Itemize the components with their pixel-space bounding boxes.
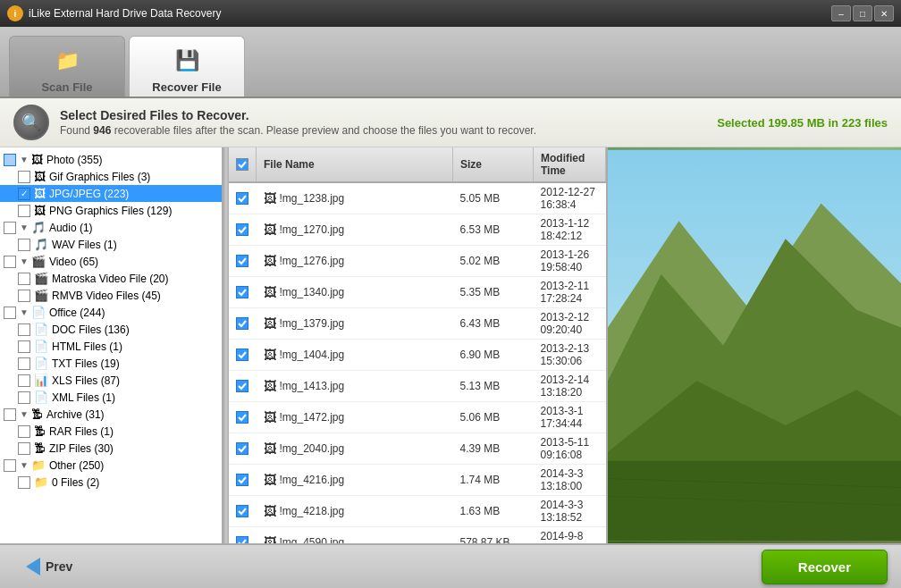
checkbox-audio[interactable] [4, 222, 16, 234]
tree-item-other[interactable]: ▼ 📁 Other (250) [0, 457, 222, 474]
tab-recover[interactable]: 💾 Recover File [129, 36, 245, 97]
tree-item-office[interactable]: ▼ 📄 Office (244) [0, 304, 222, 321]
matroska-icon: 🎬 [34, 272, 48, 285]
row-checkbox[interactable] [229, 246, 257, 277]
tree-item-jpg[interactable]: 🖼 JPG/JPEG (223) [0, 185, 222, 202]
row-date: 2013-3-1 17:34:44 [534, 402, 606, 433]
row-checkbox[interactable] [229, 496, 257, 527]
tree-item-video[interactable]: ▼ 🎬 Video (65) [0, 253, 222, 270]
tree-item-zip[interactable]: 🗜 ZIP Files (30) [0, 440, 222, 457]
row-checkbox[interactable] [229, 340, 257, 371]
row-checkbox[interactable] [229, 308, 257, 340]
tree-item-zerofiles[interactable]: 📁 0 Files (2) [0, 474, 222, 491]
tree-item-archive[interactable]: ▼ 🗜 Archive (31) [0, 406, 222, 423]
checkbox-txt[interactable] [18, 357, 30, 370]
preview-image [608, 147, 901, 543]
tree-label-xml: XML Files (1) [52, 391, 115, 404]
close-button[interactable]: ✕ [874, 5, 894, 21]
checkbox-wav[interactable] [18, 239, 30, 251]
checkbox-photo[interactable] [4, 154, 16, 166]
table-row[interactable]: 🖼!mg_1238.jpg5.05 MB2012-12-27 16:38:4 [229, 182, 606, 214]
rmvb-icon: 🎬 [34, 289, 48, 302]
row-checkbox[interactable] [229, 433, 257, 465]
checkbox-html[interactable] [18, 340, 30, 353]
checkbox-office[interactable] [4, 307, 16, 319]
prev-button[interactable]: Prev [13, 552, 85, 581]
tree-item-audio[interactable]: ▼ 🎵 Audio (1) [0, 219, 222, 236]
checkbox-other[interactable] [4, 459, 16, 472]
header-date: Modified Time [534, 147, 606, 182]
table-row[interactable]: 🖼!mg_1404.jpg6.90 MB2013-2-13 15:30:06 [229, 340, 606, 371]
tree-item-txt[interactable]: 📄 TXT Files (19) [0, 355, 222, 372]
arrow-photo: ▼ [20, 155, 29, 164]
tree-item-gif[interactable]: 🖼 Gif Graphics Files (3) [0, 168, 222, 185]
tree-label-wav: WAV Files (1) [52, 239, 117, 251]
table-row[interactable]: 🖼!mg_4590.jpg578.87 KB2014-9-8 22:22:24 [229, 527, 606, 544]
maximize-button[interactable]: □ [853, 5, 872, 21]
table-row[interactable]: 🖼!mg_1270.jpg6.53 MB2013-1-12 18:42:12 [229, 214, 606, 246]
wav-icon: 🎵 [34, 238, 48, 251]
checkbox-rmvb[interactable] [18, 290, 30, 302]
header-checkbox[interactable] [229, 147, 257, 182]
table-row[interactable]: 🖼!mg_1413.jpg5.13 MB2013-2-14 13:18:20 [229, 371, 606, 402]
bottom-toolbar: Prev Recover [0, 543, 901, 588]
arrow-audio: ▼ [20, 223, 29, 232]
checkbox-video[interactable] [4, 256, 16, 268]
table-row[interactable]: 🖼!mg_2040.jpg4.39 MB2013-5-11 09:16:08 [229, 433, 606, 465]
zip-icon: 🗜 [34, 441, 46, 455]
row-size: 6.90 MB [453, 340, 534, 371]
tree-item-png[interactable]: 🖼 PNG Graphics Files (129) [0, 202, 222, 219]
row-date: 2013-2-13 15:30:06 [534, 340, 606, 371]
checkbox-jpg[interactable] [18, 188, 30, 200]
checkbox-doc[interactable] [18, 323, 30, 336]
checkbox-gif[interactable] [18, 171, 30, 183]
doc-icon: 📄 [34, 323, 48, 336]
row-checkbox[interactable] [229, 527, 257, 544]
table-row[interactable]: 🖼!mg_1472.jpg5.06 MB2013-3-1 17:34:44 [229, 402, 606, 433]
checkbox-rar[interactable] [18, 425, 30, 438]
tree-item-photo[interactable]: ▼ 🖼 Photo (355) [0, 151, 222, 168]
row-filename: 🖼!mg_1270.jpg [257, 214, 453, 246]
table-row[interactable]: 🖼!mg_1379.jpg6.43 MB2013-2-12 09:20:40 [229, 308, 606, 340]
tree-item-wav[interactable]: 🎵 WAV Files (1) [0, 236, 222, 253]
tree-item-matroska[interactable]: 🎬 Matroska Video File (20) [0, 270, 222, 287]
table-row[interactable]: 🖼!mg_4216.jpg1.74 MB2014-3-3 13:18:00 [229, 465, 606, 496]
header-size: Size [453, 147, 534, 182]
tree-item-xml[interactable]: 📄 XML Files (1) [0, 389, 222, 406]
row-checkbox[interactable] [229, 277, 257, 308]
tree-item-rar[interactable]: 🗜 RAR Files (1) [0, 423, 222, 440]
recover-button[interactable]: Recover [762, 550, 888, 584]
row-date: 2014-3-3 13:18:00 [534, 465, 606, 496]
table-row[interactable]: 🖼!mg_1276.jpg5.02 MB2013-1-26 19:58:40 [229, 246, 606, 277]
row-checkbox[interactable] [229, 465, 257, 496]
other-icon: 📁 [31, 458, 46, 472]
checkbox-matroska[interactable] [18, 273, 30, 285]
tab-scan[interactable]: 📁 Scan File [9, 36, 125, 97]
row-date: 2013-1-26 19:58:40 [534, 246, 606, 277]
checkbox-png[interactable] [18, 205, 30, 217]
tree-item-doc[interactable]: 📄 DOC Files (136) [0, 321, 222, 338]
checkbox-xml[interactable] [18, 391, 30, 404]
tree-item-html[interactable]: 📄 HTML Files (1) [0, 338, 222, 355]
table-row[interactable]: 🖼!mg_1340.jpg5.35 MB2013-2-11 17:28:24 [229, 277, 606, 308]
table-row[interactable]: 🖼!mg_4218.jpg1.63 MB2014-3-3 13:18:52 [229, 496, 606, 527]
minimize-button[interactable]: – [831, 5, 851, 21]
row-checkbox[interactable] [229, 214, 257, 246]
row-checkbox[interactable] [229, 182, 257, 214]
tree-item-rmvb[interactable]: 🎬 RMVB Video Files (45) [0, 287, 222, 304]
rar-icon: 🗜 [34, 424, 46, 438]
info-desc: Found 946 recoverable files after the sc… [60, 124, 717, 137]
checkbox-archive[interactable] [4, 408, 16, 421]
xls-icon: 📊 [34, 374, 48, 387]
tree-item-xls[interactable]: 📊 XLS Files (87) [0, 372, 222, 389]
info-text: Select Desired Files to Recover. Found 9… [60, 108, 717, 137]
selected-info: Selected 199.85 MB in 223 files [717, 116, 888, 130]
row-checkbox[interactable] [229, 402, 257, 433]
checkbox-zerofiles[interactable] [18, 476, 30, 489]
file-list-panel: File Name Size Modified Time 🖼!mg_1238.j… [229, 147, 606, 543]
checkbox-zip[interactable] [18, 442, 30, 455]
row-date: 2014-9-8 22:22:24 [534, 527, 606, 544]
row-checkbox[interactable] [229, 371, 257, 402]
row-size: 5.06 MB [453, 402, 534, 433]
checkbox-xls[interactable] [18, 374, 30, 387]
